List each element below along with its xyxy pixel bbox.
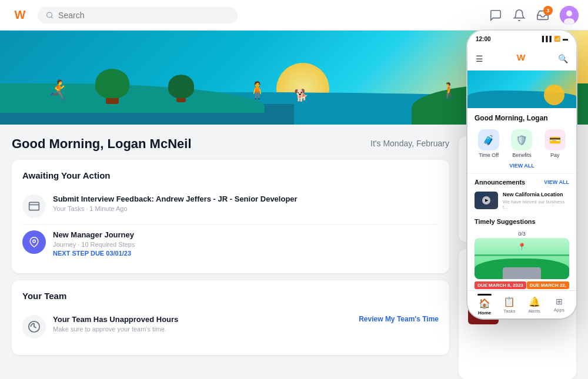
svg-line-3 — [51, 16, 52, 18]
signal-icon: ▐▐▐ — [540, 36, 552, 42]
phone-bottom-bar: 🏠 Home 📋 Tasks 🔔 Alerts ⊞ Apps — [467, 290, 576, 318]
phone-announcements-section: Announcements VIEW ALL — [467, 174, 576, 188]
benefits-icon: 🛡️ — [511, 129, 532, 150]
your-team-title: Your Team — [22, 291, 439, 301]
nav-icons: 3 — [489, 6, 579, 25]
svg-text:W: W — [516, 52, 525, 62]
phone-greeting: Good Morning, Logan — [467, 108, 576, 126]
pay-icon: 💳 — [544, 129, 566, 150]
awaiting-action-title: Awaiting Your Action — [22, 170, 439, 180]
greeting-text: Good Morning, Logan McNeil — [12, 136, 192, 152]
benefits-label: Benefits — [512, 152, 532, 158]
phone-ann-item-1[interactable]: ▶ New California Location We have moved … — [467, 188, 576, 213]
your-team-card: Your Team Your Team Has Unapproved Hours… — [12, 280, 449, 355]
journey-title: New Manager Journey — [53, 230, 135, 239]
battery-icon: ▬ — [563, 36, 568, 42]
team-item-content: Your Team Has Unapproved Hours Make sure… — [53, 315, 352, 333]
clock-icon — [22, 315, 46, 338]
phone-logo: W — [483, 49, 558, 68]
phone-ann-content-1: New California Location We have moved ou… — [503, 192, 569, 210]
phone-map-road — [503, 267, 540, 279]
phone-overlay: 12:00 ▐▐▐ 📶 ▬ ☰ W 🔍 Good Morning, Logan — [467, 31, 576, 318]
svg-point-8 — [33, 240, 36, 243]
active-tab-indicator — [477, 294, 492, 296]
user-avatar[interactable] — [560, 6, 579, 25]
phone-icon-pay[interactable]: 💳 Pay — [544, 129, 566, 158]
alerts-tab-label: Alerts — [528, 308, 540, 314]
team-item: Your Team Has Unapproved Hours Make sure… — [22, 309, 439, 344]
phone-nav-bar: ☰ W 🔍 — [467, 47, 576, 71]
inbox-badge: 3 — [543, 6, 553, 15]
interview-sub: Your Tasks · 1 Minute Ago — [53, 205, 298, 212]
phone-due-labels: DUE MARCH 8, 2023 DUE MARCH 22, — [475, 281, 569, 289]
status-icons: ▐▐▐ 📶 ▬ — [540, 36, 568, 42]
phone-hamburger-icon[interactable]: ☰ — [476, 54, 483, 63]
phone-time: 12:00 — [476, 36, 491, 42]
tasks-tab-icon: 📋 — [503, 296, 515, 307]
phone-content: Good Morning, Logan 🧳 Time Off 🛡️ Benefi… — [467, 71, 576, 290]
action-item-journey[interactable]: New Manager Journey Journey · 10 Require… — [22, 224, 439, 263]
wifi-icon: 📶 — [554, 36, 560, 42]
phone-tab-tasks[interactable]: 📋 Tasks — [497, 296, 522, 314]
phone-ann-thumb-1: ▶ — [475, 192, 498, 209]
due-label-2: DUE MARCH 22, — [527, 281, 569, 289]
awaiting-action-card: Awaiting Your Action Submit Interview Fe… — [12, 160, 449, 273]
phone-play-icon: ▶ — [482, 196, 490, 204]
action-item-interview-content: Submit Interview Feedback: Andrew Jeffer… — [53, 194, 298, 212]
phone-tab-apps[interactable]: ⊞ Apps — [547, 297, 572, 313]
phone-icon-benefits[interactable]: 🛡️ Benefits — [511, 129, 532, 158]
svg-rect-7 — [29, 202, 39, 210]
bell-button[interactable] — [513, 9, 526, 22]
pin-icon — [22, 230, 46, 254]
phone-search-icon[interactable]: 🔍 — [558, 54, 568, 63]
pay-label: Pay — [550, 152, 560, 158]
timeoff-label: Time Off — [479, 152, 499, 158]
phone-announcements-title: Announcements — [475, 179, 525, 186]
phone-status-bar: 12:00 ▐▐▐ 📶 ▬ — [467, 31, 576, 47]
phone-icon-timeoff[interactable]: 🧳 Time Off — [478, 129, 499, 158]
home-tab-icon: 🏠 — [479, 298, 490, 309]
date-text: It's Monday, February — [370, 139, 449, 148]
search-bar — [38, 7, 238, 24]
team-item-title: Your Team Has Unapproved Hours — [53, 315, 352, 324]
due-label-1: DUE MARCH 8, 2023 — [475, 281, 526, 289]
team-item-sub: Make sure to approve your team's time. — [53, 326, 352, 333]
phone-map-area: 📍 — [475, 238, 569, 279]
map-pin-icon: 📍 — [517, 243, 526, 251]
chat-button[interactable] — [489, 9, 502, 22]
phone-view-all-link[interactable]: VIEW ALL — [467, 162, 576, 174]
app-logo[interactable]: W — [9, 5, 31, 26]
left-column: Good Morning, Logan McNeil It's Monday, … — [12, 136, 449, 379]
phone-tab-home[interactable]: 🏠 Home — [472, 294, 497, 316]
phone-ann-view-all[interactable]: VIEW ALL — [544, 179, 569, 185]
phone-tab-alerts[interactable]: 🔔 Alerts — [522, 296, 547, 314]
top-nav: W 3 — [0, 0, 588, 31]
svg-point-2 — [47, 12, 52, 18]
inbox-icon — [22, 194, 46, 218]
phone-hero — [467, 71, 576, 108]
svg-point-5 — [566, 11, 572, 16]
phone-progress: 0/3 — [475, 231, 569, 237]
review-team-link[interactable]: Review My Team's Time — [359, 315, 439, 323]
inbox-button[interactable]: 3 — [536, 9, 549, 22]
tasks-tab-label: Tasks — [503, 308, 515, 314]
map-route-line — [475, 254, 569, 256]
phone-timely-title: Timely Suggestions — [475, 218, 536, 225]
phone-timely-section: Timely Suggestions — [467, 213, 576, 227]
phone-ann-title-1: New California Location — [503, 192, 569, 199]
phone-ann-sub-1: We have moved our business t... — [503, 199, 569, 210]
action-item-journey-content: New Manager Journey Journey · 10 Require… — [53, 230, 135, 257]
journey-sub: Journey · 10 Required Steps — [53, 241, 135, 248]
interview-title: Submit Interview Feedback: Andrew Jeffer… — [53, 194, 298, 203]
journey-due: NEXT STEP DUE 03/01/23 — [53, 250, 135, 257]
search-input[interactable] — [58, 11, 229, 20]
timeoff-icon: 🧳 — [478, 129, 499, 150]
apps-tab-label: Apps — [554, 307, 564, 313]
action-item-interview[interactable]: Submit Interview Feedback: Andrew Jeffer… — [22, 189, 439, 224]
apps-tab-icon: ⊞ — [556, 297, 563, 306]
search-icon — [46, 11, 54, 19]
home-tab-label: Home — [478, 310, 491, 316]
svg-text:W: W — [15, 8, 26, 21]
alerts-tab-icon: 🔔 — [529, 296, 540, 307]
phone-suggestions: 0/3 📍 DUE MARCH 8, 2023 DUE MARCH 22, — [467, 227, 576, 290]
